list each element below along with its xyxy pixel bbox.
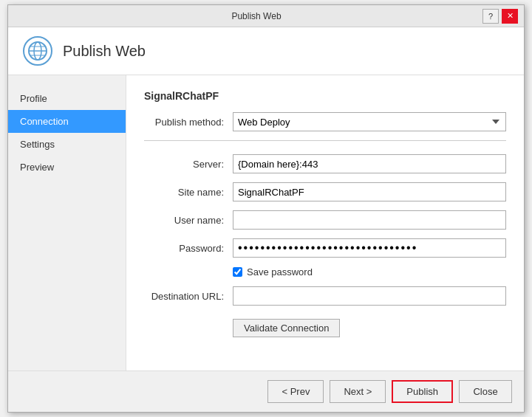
- title-controls: ? ✕: [482, 9, 518, 24]
- main-window: Publish Web ? ✕ Publish Web Profile Conn…: [7, 4, 525, 413]
- save-password-label[interactable]: Save password: [247, 266, 313, 278]
- server-row: Server:: [144, 154, 506, 173]
- password-row: Password:: [144, 238, 506, 258]
- server-input[interactable]: [233, 154, 506, 173]
- header-title: Publish Web: [63, 43, 146, 60]
- section-title: SignalRChatPF: [144, 90, 506, 102]
- user-name-row: User name:: [144, 210, 506, 230]
- sidebar: Profile Connection Settings Preview: [8, 75, 126, 371]
- server-label: Server:: [144, 159, 233, 170]
- sidebar-item-preview[interactable]: Preview: [8, 156, 126, 179]
- save-password-row: Save password: [233, 266, 506, 278]
- validate-area: Validate Connection: [144, 314, 506, 337]
- title-bar: Publish Web ? ✕: [8, 5, 524, 27]
- help-button[interactable]: ?: [482, 9, 499, 24]
- header: Publish Web: [8, 27, 524, 75]
- publish-method-select[interactable]: Web Deploy: [233, 112, 506, 131]
- publish-button[interactable]: Publish: [392, 380, 453, 403]
- destination-url-row: Destination URL:: [144, 286, 506, 306]
- site-name-row: Site name:: [144, 182, 506, 201]
- user-name-label: User name:: [144, 215, 233, 226]
- destination-url-label: Destination URL:: [144, 291, 233, 302]
- site-name-input[interactable]: [233, 182, 506, 201]
- destination-url-input[interactable]: [233, 286, 506, 306]
- close-button[interactable]: ✕: [502, 9, 518, 24]
- next-button[interactable]: Next >: [330, 380, 386, 403]
- password-input[interactable]: [233, 238, 506, 258]
- prev-button[interactable]: < Prev: [267, 380, 324, 403]
- footer: < Prev Next > Publish Close: [8, 371, 524, 412]
- window-title: Publish Web: [30, 11, 482, 21]
- divider: [144, 140, 506, 141]
- validate-connection-button[interactable]: Validate Connection: [233, 319, 340, 337]
- site-name-label: Site name:: [144, 187, 233, 198]
- content-area: Profile Connection Settings Preview Sign…: [8, 75, 524, 371]
- publish-method-label: Publish method:: [144, 117, 233, 128]
- save-password-checkbox[interactable]: [233, 267, 242, 277]
- password-label: Password:: [144, 243, 233, 254]
- sidebar-item-profile[interactable]: Profile: [8, 87, 126, 110]
- user-name-input[interactable]: [233, 210, 506, 230]
- sidebar-item-connection[interactable]: Connection: [8, 110, 126, 133]
- close-footer-button[interactable]: Close: [459, 380, 512, 403]
- sidebar-item-settings[interactable]: Settings: [8, 133, 126, 156]
- publish-method-row: Publish method: Web Deploy: [144, 112, 506, 131]
- globe-icon: [23, 36, 52, 66]
- main-content: SignalRChatPF Publish method: Web Deploy…: [126, 75, 524, 371]
